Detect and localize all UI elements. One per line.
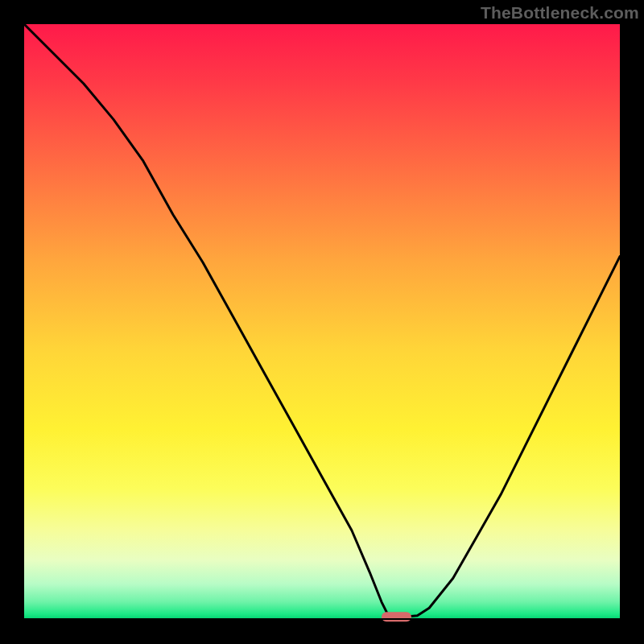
plot-area (24, 24, 620, 620)
baseline (24, 618, 620, 620)
watermark-label: TheBottleneck.com (481, 3, 639, 23)
bottleneck-curve (24, 24, 620, 617)
chart-frame: TheBottleneck.com (0, 0, 644, 644)
optimal-marker (382, 612, 411, 621)
curve-svg (24, 24, 620, 620)
